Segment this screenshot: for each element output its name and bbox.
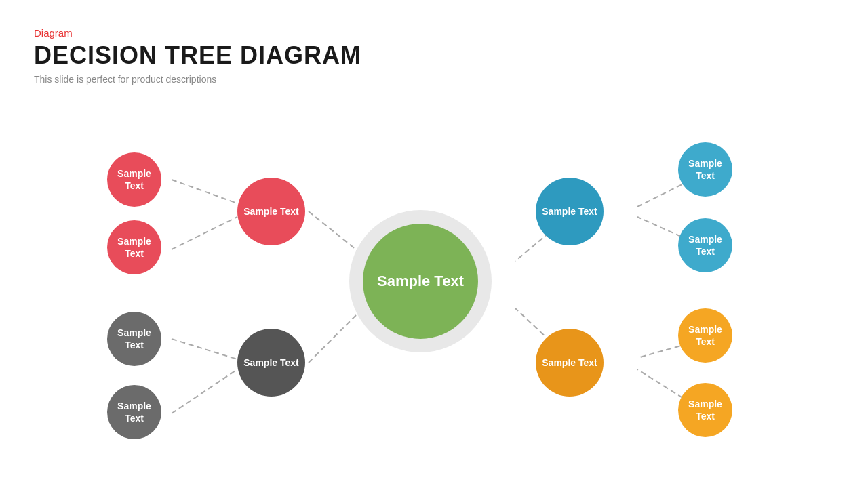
orange-top-node: Sample Text [678,308,732,363]
svg-line-3 [172,339,237,359]
red-mid-label: Sample Text [243,205,298,218]
red-top-label: Sample Text [107,167,161,192]
orange-mid-label: Sample Text [542,357,597,369]
gray-mid-label: Sample Text [243,357,298,369]
orange-top-label: Sample Text [678,323,732,348]
center-node: Sample Text [363,224,478,339]
red-bottom-label: Sample Text [107,235,161,260]
header: Diagram DECISION TREE DIAGRAM This slide… [34,27,361,85]
gray-mid-node: Sample Text [237,329,305,396]
gray-bottom-label: Sample Text [107,400,161,424]
gray-bottom-node: Sample Text [107,385,161,439]
red-mid-node: Sample Text [237,178,305,245]
blue-top-node: Sample Text [678,142,732,197]
blue-bottom-label: Sample Text [678,233,732,258]
blue-mid-node: Sample Text [536,178,604,245]
blue-mid-label: Sample Text [542,205,597,218]
blue-top-label: Sample Text [678,157,732,182]
blue-bottom-node: Sample Text [678,218,732,272]
orange-bottom-node: Sample Text [678,383,732,437]
orange-bottom-label: Sample Text [678,398,732,422]
center-outer-ring: Sample Text [349,210,492,352]
gray-top-node: Sample Text [107,312,161,366]
diagram-label: Diagram [34,27,361,39]
gray-top-label: Sample Text [107,327,161,351]
svg-line-1 [172,217,237,249]
svg-line-0 [172,180,237,203]
orange-mid-node: Sample Text [536,329,604,396]
page-subtitle: This slide is perfect for product descri… [34,74,361,85]
page-title: DECISION TREE DIAGRAM [34,41,361,70]
red-top-node: Sample Text [107,152,161,207]
red-bottom-node: Sample Text [107,220,161,274]
center-label: Sample Text [377,272,464,291]
svg-line-4 [172,369,237,413]
